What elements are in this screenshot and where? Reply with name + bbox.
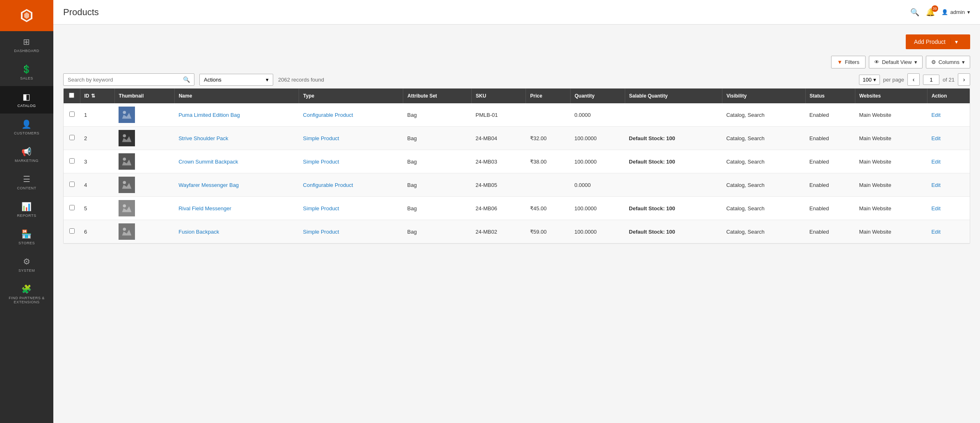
row-edit-link[interactable]: Edit <box>931 159 940 165</box>
svg-rect-0 <box>119 107 135 123</box>
columns-button[interactable]: ⚙ Columns ▾ <box>926 56 970 68</box>
add-product-button[interactable]: Add Product ▾ <box>906 34 970 49</box>
row-edit-link[interactable]: Edit <box>931 135 940 141</box>
row-websites: Main Website <box>855 197 927 220</box>
row-checkbox[interactable] <box>69 158 75 164</box>
product-name-link[interactable]: Strive Shoulder Pack <box>178 135 228 141</box>
row-checkbox-cell <box>64 150 80 173</box>
page-size-select[interactable]: 100 ▾ <box>859 75 880 85</box>
view-chevron-icon: ▾ <box>914 59 917 65</box>
row-edit-link[interactable]: Edit <box>931 205 940 212</box>
th-visibility[interactable]: Visibility <box>722 89 805 103</box>
notification-badge[interactable]: 🔔 39 <box>926 8 935 17</box>
th-type[interactable]: Type <box>299 89 403 103</box>
product-name-link[interactable]: Wayfarer Messenger Bag <box>178 182 239 188</box>
catalog-icon: ◧ <box>23 92 31 102</box>
product-type: Simple Product <box>303 159 339 165</box>
dashboard-icon: ⊞ <box>23 37 30 47</box>
row-action: Edit <box>927 150 970 173</box>
product-name-link[interactable]: Rival Field Messenger <box>178 205 231 212</box>
actions-dropdown[interactable]: Actions ▾ <box>199 74 273 86</box>
prev-page-button[interactable]: ‹ <box>907 73 920 86</box>
svg-rect-4 <box>119 154 135 169</box>
product-type: Simple Product <box>303 229 339 235</box>
row-edit-link[interactable]: Edit <box>931 229 940 235</box>
th-status[interactable]: Status <box>805 89 855 103</box>
th-websites[interactable]: Websites <box>855 89 927 103</box>
search-input[interactable] <box>68 77 183 83</box>
row-visibility: Catalog, Search <box>722 173 805 197</box>
row-type: Simple Product <box>299 150 403 173</box>
sidebar-item-dashboard[interactable]: ⊞ DASHBOARD <box>0 31 53 59</box>
records-found: 2062 records found <box>278 77 324 83</box>
admin-chevron-icon: ▾ <box>967 9 970 15</box>
sidebar-item-customers[interactable]: 👤 CUSTOMERS <box>0 114 53 141</box>
select-all-checkbox[interactable] <box>69 93 74 98</box>
sidebar-item-system[interactable]: ⚙ SYSTEM <box>0 251 53 278</box>
row-name: Puma Limited Edition Bag <box>174 103 299 127</box>
row-sku: 24-MB02 <box>471 220 526 243</box>
product-name-link[interactable]: Crown Summit Backpack <box>178 159 238 165</box>
per-page-label: per page <box>883 77 904 83</box>
sidebar-item-marketing[interactable]: 📢 MARKETING <box>0 141 53 168</box>
search-icon[interactable]: 🔍 <box>183 76 190 83</box>
row-price <box>526 103 570 127</box>
row-checkbox[interactable] <box>69 111 75 117</box>
th-id[interactable]: ID ⇅ <box>80 89 114 103</box>
next-page-button[interactable]: › <box>958 73 970 86</box>
th-price[interactable]: Price <box>526 89 570 103</box>
sidebar-item-sales[interactable]: 💲 SALES <box>0 59 53 86</box>
sidebar-label-marketing: MARKETING <box>15 159 39 163</box>
sidebar-item-reports[interactable]: 📊 REPORTS <box>0 196 53 223</box>
row-type: Simple Product <box>299 197 403 220</box>
th-attribute-set[interactable]: Attribute Set <box>403 89 471 103</box>
current-page-input[interactable] <box>923 75 939 85</box>
sidebar-item-stores[interactable]: 🏪 STORES <box>0 223 53 251</box>
row-checkbox[interactable] <box>69 135 75 140</box>
th-sku[interactable]: SKU <box>471 89 526 103</box>
row-type: Configurable Product <box>299 103 403 127</box>
th-name[interactable]: Name <box>174 89 299 103</box>
default-view-button[interactable]: 👁 Default View ▾ <box>869 56 923 68</box>
filters-button[interactable]: ▼ Filters <box>831 56 866 68</box>
row-id: 6 <box>80 220 114 243</box>
row-sku: 24-MB04 <box>471 127 526 150</box>
sidebar-item-content[interactable]: ☰ CONTENT <box>0 168 53 196</box>
th-salable-quantity[interactable]: Salable Quantity <box>625 89 722 103</box>
row-id: 3 <box>80 150 114 173</box>
admin-user-menu[interactable]: 👤 admin ▾ <box>941 9 970 15</box>
th-quantity[interactable]: Quantity <box>570 89 625 103</box>
product-name-link[interactable]: Puma Limited Edition Bag <box>178 112 240 118</box>
product-name-link[interactable]: Fusion Backpack <box>178 229 219 235</box>
global-search-icon[interactable]: 🔍 <box>910 8 919 17</box>
table-header-row: ID ⇅ Thumbnail Name Type Attribute Set S… <box>64 89 970 103</box>
row-attribute-set: Bag <box>403 220 471 243</box>
row-checkbox[interactable] <box>69 182 75 187</box>
row-edit-link[interactable]: Edit <box>931 182 940 188</box>
row-id: 4 <box>80 173 114 197</box>
row-salable-quantity <box>625 103 722 127</box>
row-checkbox[interactable] <box>69 205 75 210</box>
th-checkbox <box>64 89 80 103</box>
search-actions-left: 🔍 Actions ▾ 2062 records found <box>63 73 324 86</box>
svg-rect-10 <box>119 224 135 239</box>
filter-toolbar: ▼ Filters 👁 Default View ▾ ⚙ Columns ▾ <box>63 56 970 68</box>
add-product-label: Add Product <box>914 39 950 45</box>
sidebar-logo <box>0 0 53 31</box>
row-name: Wayfarer Messenger Bag <box>174 173 299 197</box>
row-visibility: Catalog, Search <box>722 150 805 173</box>
content-icon: ☰ <box>23 174 31 184</box>
row-status: Enabled <box>805 127 855 150</box>
sidebar-label-reports: REPORTS <box>17 214 37 218</box>
search-actions-row: 🔍 Actions ▾ 2062 records found 100 ▾ per… <box>63 73 970 86</box>
row-edit-link[interactable]: Edit <box>931 112 940 118</box>
add-product-dropdown-icon[interactable]: ▾ <box>950 39 962 45</box>
row-checkbox[interactable] <box>69 228 75 234</box>
row-websites: Main Website <box>855 103 927 127</box>
sidebar-item-catalog[interactable]: ◧ CATALOG <box>0 86 53 114</box>
product-type: Configurable Product <box>303 112 353 118</box>
sidebar-item-partners[interactable]: 🧩 FIND PARTNERS & EXTENSIONS <box>0 278 53 310</box>
th-action: Action <box>927 89 970 103</box>
sales-icon: 💲 <box>21 64 32 74</box>
actions-label: Actions <box>204 77 222 83</box>
